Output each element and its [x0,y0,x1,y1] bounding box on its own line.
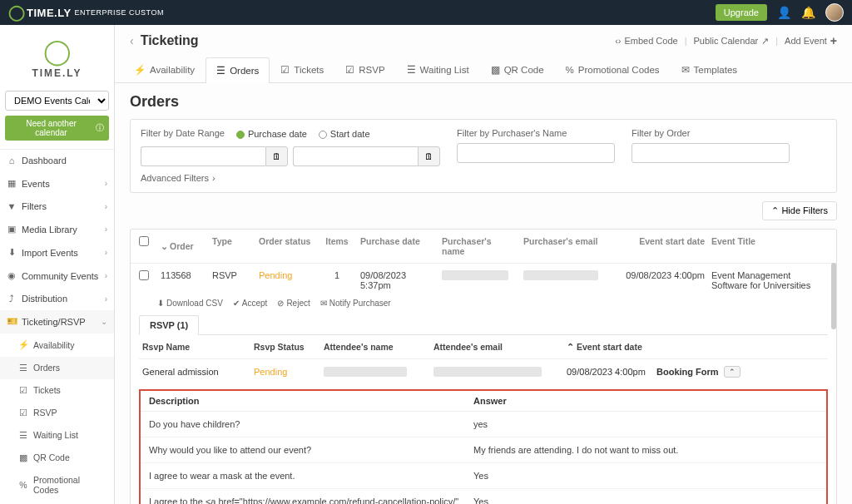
nav-sub-promo[interactable]: %Promotional Codes [0,469,114,502]
list-icon: ☰ [18,430,28,440]
redacted-attendee-name [324,367,407,377]
add-event-link[interactable]: Add Event+ [785,34,837,47]
qa-answer: My friends are attending. I do not want … [473,445,678,455]
reject-action[interactable]: ⊘Reject [277,299,310,308]
scrollbar[interactable] [831,263,836,329]
radio-start-date[interactable]: Start date [319,129,370,139]
order-id: 113568 [161,270,206,280]
upgrade-button[interactable]: Upgrade [716,4,767,21]
col-title[interactable]: Event Title [711,236,828,256]
tab-templates[interactable]: ✉Templates [671,57,748,82]
order-row[interactable]: 113568 RSVP Pending 1 09/08/2023 5:37pm … [131,264,836,297]
info-icon: ⓘ [96,122,104,134]
qr-icon: ▩ [491,64,500,76]
select-all-checkbox[interactable] [139,236,149,246]
qa-answer: Yes [473,471,488,481]
date-to-input[interactable] [293,146,418,166]
filter-icon: ▼ [7,201,17,211]
nav-sub-orders[interactable]: ☰Orders [0,357,114,379]
nav-sub-rsvp[interactable]: ☑RSVP [0,402,114,424]
col-pdate[interactable]: Purchase date [360,236,435,256]
rsvp-status: Pending [254,367,317,377]
nav-events[interactable]: ▦Events› [0,172,114,195]
user-icon[interactable]: 👤 [777,6,791,19]
rsvp-col-start[interactable]: ⌃Event start date [567,342,650,352]
tab-qr[interactable]: ▩QR Code [480,57,555,82]
notify-action[interactable]: ✉Notify Purchaser [320,299,391,308]
check-icon: ☑ [345,64,354,76]
radio-purchase-date[interactable]: Purchase date [236,129,307,139]
external-icon: ↗ [761,36,769,47]
avatar[interactable] [825,3,844,22]
nav-distribution[interactable]: ⤴Distribution› [0,288,114,310]
tab-availability[interactable]: ⚡Availability [123,57,206,82]
bell-icon[interactable]: 🔔 [801,6,815,19]
nav-filters[interactable]: ▼Filters› [0,195,114,218]
share-icon: ⤴ [7,294,17,304]
booking-form-toggle[interactable]: ⌃ [724,366,741,378]
date-from-picker[interactable]: 🗓 [265,146,288,166]
filter-purchaser-label: Filter by Purchaser's Name [457,128,615,138]
need-calendar-button[interactable]: Need another calendarⓘ [5,116,109,141]
ban-icon: ⊘ [277,299,284,308]
qa-answer: Yes [473,497,488,504]
col-pemail[interactable]: Purchaser's email [523,236,607,256]
nav-dashboard[interactable]: ⌂Dashboard [0,150,114,172]
rsvp-subtab[interactable]: RSVP (1) [139,315,199,335]
check-icon: ☑ [18,408,28,418]
public-calendar-link[interactable]: Public Calendar↗ [694,36,770,47]
download-icon: ⬇ [157,299,164,308]
rsvp-col-name: Rsvp Name [142,342,247,352]
calendar-select[interactable]: DEMO Events Calendar (M... [5,91,109,111]
back-button[interactable]: ‹ [130,34,134,47]
row-checkbox[interactable] [139,270,149,280]
tab-rsvp[interactable]: ☑RSVP [334,57,395,82]
chevron-right-icon: › [105,294,107,304]
tab-orders[interactable]: ☰Orders [206,57,270,83]
booking-form-label: Booking Form [656,367,719,377]
download-csv-action[interactable]: ⬇Download CSV [157,299,223,308]
nav-sub-tickets[interactable]: ☑Tickets [0,379,114,402]
bolt-icon: ⚡ [134,64,146,76]
nav-media[interactable]: ▣Media Library› [0,218,114,241]
redacted-email [523,270,598,280]
embed-code-link[interactable]: ‹›Embed Code [615,36,678,46]
filter-order-input[interactable] [632,143,790,163]
filter-date-label: Filter by Date Range [141,128,225,138]
nav-sub-availability[interactable]: ⚡Availability [0,334,114,357]
booking-form-answers: Description Answer Do you have children?… [139,389,828,504]
qr-icon: ▩ [18,452,28,462]
col-order[interactable]: ⌄Order [161,236,206,256]
tab-tickets[interactable]: ☑Tickets [270,57,334,82]
chevron-right-icon: › [105,248,107,257]
nav-community[interactable]: ◉Community Events› [0,264,114,288]
col-start[interactable]: Event start date [613,236,705,256]
qa-question: Why would you like to attend our event? [149,445,473,455]
nav-sub-qr[interactable]: ▩QR Code [0,447,114,469]
nav-import[interactable]: ⬇Import Events› [0,241,114,264]
accept-action[interactable]: ✔Accept [233,299,268,308]
qa-question: Do you have children? [149,419,473,429]
col-type[interactable]: Type [212,236,252,256]
date-to-picker[interactable]: 🗓 [418,146,440,166]
ticket-icon: 🎫 [7,316,17,327]
nav-sub-waiting[interactable]: ☰Waiting List [0,424,114,447]
filter-purchaser-input[interactable] [457,143,615,163]
advanced-filters-toggle[interactable]: Advanced Filters› [141,173,215,183]
col-items[interactable]: Items [320,236,354,256]
mail-icon: ✉ [681,64,690,76]
nav-ticketing[interactable]: 🎫Ticketing/RSVP⌄ [0,310,114,334]
chevron-down-icon: ⌄ [161,241,168,251]
col-status[interactable]: Order status [259,236,314,256]
tab-waiting[interactable]: ☰Waiting List [396,57,480,82]
tab-promo[interactable]: %Promotional Codes [555,57,671,82]
qa-desc-head: Description [149,396,473,406]
qa-ans-head: Answer [473,396,507,406]
hide-filters-button[interactable]: ⌃ Hide Filters [762,201,837,220]
date-from-input[interactable] [141,146,265,166]
chevron-right-icon: › [105,179,107,188]
check-icon: ☑ [280,64,290,76]
sidebar-logo: ◯ TIME.LY [0,25,114,84]
col-pname[interactable]: Purchaser's name [442,236,517,256]
page-title: Ticketing [141,33,199,48]
